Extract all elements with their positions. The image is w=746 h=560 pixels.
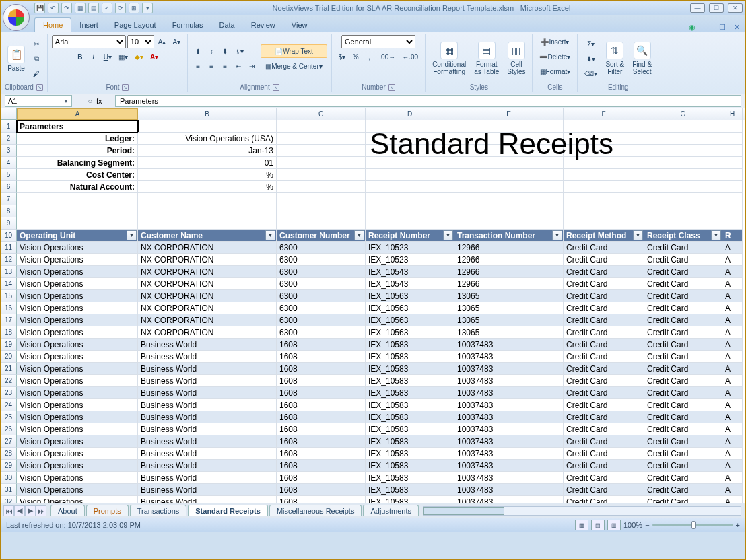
cell[interactable]: 10037483 [454,472,564,484]
align-center-icon[interactable]: ≡ [205,59,217,73]
tab-data[interactable]: Data [211,18,242,32]
qat-btn-icon[interactable]: ✓ [102,3,112,13]
row-header[interactable]: 10 [1,230,17,242]
cell[interactable]: IEX_10583 [366,363,454,375]
cell[interactable]: A [722,242,743,254]
cell[interactable]: A [722,314,743,326]
cell[interactable] [564,193,644,205]
view-layout-icon[interactable]: ▤ [591,520,605,530]
tab-review[interactable]: Review [243,18,283,32]
column-header-C[interactable]: C [277,108,366,120]
cell[interactable] [454,133,564,145]
row-header[interactable]: 11 [1,242,17,254]
cell[interactable]: A [722,351,743,363]
align-middle-icon[interactable]: ↕ [205,44,217,58]
cell[interactable] [277,217,366,230]
cell[interactable] [564,120,644,133]
row-header[interactable]: 20 [1,351,17,363]
cell[interactable] [366,181,454,193]
cell[interactable] [644,157,722,169]
row-header[interactable]: 23 [1,387,17,399]
cell[interactable]: 1608 [277,423,366,435]
tab-page-layout[interactable]: Page Layout [106,18,164,32]
row-header[interactable]: 14 [1,278,17,290]
cell[interactable]: IEX_10523 [366,254,454,266]
row-header[interactable]: 24 [1,399,17,411]
sheet-tab-adjustments[interactable]: Adjustments [363,505,419,516]
tab-nav-last-icon[interactable]: ⏭ [36,505,46,516]
cell[interactable] [277,120,366,133]
cell[interactable]: Vision Operations [17,339,138,351]
align-top-icon[interactable]: ⬆ [192,44,204,58]
cell[interactable]: Vision Operations [17,472,138,484]
cell[interactable]: Business World [138,496,277,503]
cell[interactable]: IEX_10583 [366,387,454,399]
cell[interactable]: Vision Operations [17,290,138,302]
cell[interactable] [277,193,366,205]
cell[interactable]: Vision Operations [17,411,138,423]
fill-icon[interactable]: ⬇▾ [582,52,600,65]
currency-button[interactable]: $▾ [336,50,349,63]
cell[interactable] [277,169,366,181]
table-header-cell[interactable]: Customer Number▼ [277,230,366,242]
cell[interactable]: 1608 [277,387,366,399]
row-header[interactable]: 6 [1,181,17,193]
tab-nav-prev-icon[interactable]: ◀ [14,505,25,516]
cell[interactable]: Vision Operations [17,375,138,387]
cell[interactable]: 10037483 [454,339,564,351]
cell[interactable]: Credit Card [644,448,722,460]
cell[interactable]: Vision Operations [17,484,138,496]
cell[interactable]: A [722,435,743,448]
cell[interactable]: % [138,169,277,181]
cell[interactable]: Credit Card [564,375,644,387]
cell[interactable]: % [138,181,277,193]
cell[interactable]: IEX_10583 [366,411,454,423]
cell[interactable] [722,169,743,181]
cell[interactable]: 6300 [277,278,366,290]
qat-btn-icon[interactable]: ⟳ [115,3,126,13]
cell[interactable]: Business World [138,435,277,448]
align-right-icon[interactable]: ≡ [219,59,231,73]
cell[interactable]: Credit Card [564,339,644,351]
cell[interactable]: Vision Operations [17,387,138,399]
cell[interactable]: Credit Card [644,460,722,472]
cell[interactable] [722,157,743,169]
cell[interactable]: A [722,266,743,278]
cell[interactable]: Credit Card [564,435,644,448]
font-family-select[interactable]: Arial [52,35,126,48]
row-header[interactable]: 29 [1,460,17,472]
cell[interactable]: 13065 [454,290,564,302]
cell[interactable]: Vision Operations [17,302,138,314]
zoom-in-button[interactable]: + [736,521,740,529]
sheet-tab-transactions[interactable]: Transactions [130,505,187,516]
cell[interactable]: Credit Card [564,254,644,266]
cell[interactable]: A [722,411,743,423]
sheet-tab-standard-receipts[interactable]: Standard Receipts [188,505,268,516]
cell[interactable] [454,193,564,205]
column-header-H[interactable]: H [722,108,743,120]
filter-dropdown-icon[interactable]: ▼ [633,230,643,240]
qat-btn-icon[interactable]: ▦ [75,3,86,13]
cell[interactable]: IEX_10583 [366,339,454,351]
cell[interactable]: Credit Card [564,484,644,496]
cell[interactable]: 6300 [277,302,366,314]
table-header-cell[interactable]: Customer Name▼ [138,230,277,242]
cell[interactable]: Credit Card [564,363,644,375]
cell[interactable]: 10037483 [454,484,564,496]
cell[interactable]: 6300 [277,326,366,339]
cell[interactable]: Vision Operations [17,423,138,435]
cell[interactable] [138,120,277,133]
row-header[interactable]: 16 [1,302,17,314]
cell[interactable]: 01 [138,157,277,169]
view-normal-icon[interactable]: ▦ [575,520,588,530]
row-header[interactable]: 31 [1,484,17,496]
cell[interactable]: Credit Card [644,484,722,496]
cell[interactable] [564,133,644,145]
cell[interactable]: Credit Card [564,472,644,484]
row-header[interactable]: 12 [1,254,17,266]
shrink-font-icon[interactable]: A▾ [170,35,183,48]
column-header-G[interactable]: G [644,108,722,120]
table-header-cell[interactable]: Transaction Number▼ [454,230,564,242]
cell[interactable]: Credit Card [644,472,722,484]
cell[interactable] [644,205,722,217]
